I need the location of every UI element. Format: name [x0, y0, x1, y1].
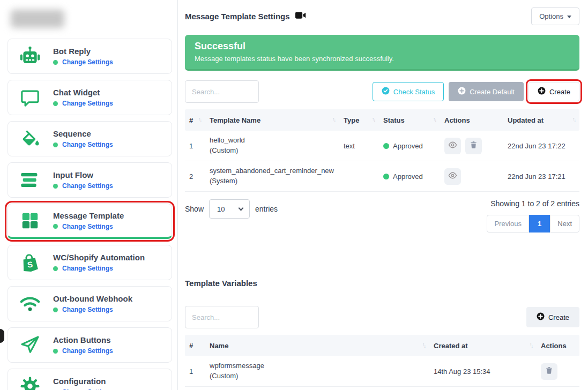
pagination: Previous 1 Next	[487, 215, 579, 232]
sidebar-item-body: WC/Shopify Automation Change Settings	[53, 253, 145, 272]
variables-search-input[interactable]	[185, 306, 259, 328]
column-header-template-name[interactable]: Template Name ↑↓	[205, 116, 339, 124]
status-label: Approved	[393, 172, 423, 181]
sidebar-item-wc-shopify-automation[interactable]: S WC/Shopify Automation Change Settings	[8, 245, 172, 280]
change-settings-link[interactable]: Change Settings	[62, 100, 113, 107]
sidebar-item-input-flow[interactable]: Input Flow Change Settings	[8, 162, 172, 198]
delete-button[interactable]	[465, 138, 482, 154]
status-dot	[53, 308, 58, 312]
eye-icon	[448, 171, 457, 182]
change-settings-link[interactable]: Change Settings	[62, 58, 113, 66]
settings-sidebar: Bot Reply Change Settings Chat Widget Ch…	[0, 0, 178, 390]
sort-icon[interactable]: ↑↓	[433, 117, 436, 123]
row-num: 1	[185, 363, 205, 380]
page-size-select[interactable]: 10	[209, 199, 250, 219]
sidebar-item-configuration[interactable]: Configuration Change Settings	[8, 369, 172, 390]
page-title: Message Template Settings	[185, 12, 290, 21]
sidebar-item-body: Sequence Change Settings	[53, 129, 113, 148]
sort-icon[interactable]: ↑↓	[572, 117, 575, 123]
page-size-value: 10	[217, 205, 225, 213]
row-actions	[440, 164, 503, 189]
sidebar-item-sequence[interactable]: Sequence Change Settings	[8, 121, 172, 156]
variables-create-button[interactable]: Create	[526, 307, 579, 327]
sort-icon[interactable]: ↑↓	[332, 117, 335, 123]
change-settings-link[interactable]: Change Settings	[62, 306, 113, 313]
sort-icon[interactable]: ↑↓	[372, 117, 375, 123]
template-variables-heading: Template Variables	[185, 279, 579, 288]
variable-name-cell: wpformsmessage (Custom)	[205, 357, 429, 386]
change-settings-link[interactable]: Change Settings	[62, 223, 113, 230]
next-page-button[interactable]: Next	[550, 215, 579, 232]
sort-icon[interactable]: ↑↓	[198, 117, 201, 123]
sidebar-item-label: Input Flow	[53, 170, 113, 179]
status-dot	[53, 60, 58, 65]
variables-controls: Create	[185, 306, 579, 328]
change-settings-link[interactable]: Change Settings	[62, 265, 113, 272]
sidebar-item-chat-widget[interactable]: Chat Widget Change Settings	[8, 80, 172, 115]
create-default-button[interactable]: Create Default	[449, 82, 524, 101]
view-button[interactable]	[444, 168, 461, 185]
plus-circle-icon	[458, 87, 466, 96]
status-label: Approved	[393, 142, 423, 150]
status-dot	[53, 224, 58, 229]
sidebar-item-label: WC/Shopify Automation	[53, 253, 145, 262]
column-label: Created at	[434, 342, 468, 350]
view-button[interactable]	[444, 138, 461, 154]
sidebar-item-action-buttons[interactable]: Action Buttons Change Settings	[8, 327, 172, 363]
edge-notch	[0, 329, 4, 343]
change-settings-link[interactable]: Change Settings	[62, 347, 113, 355]
sidebar-item-body: Out-bound Webhook Change Settings	[53, 294, 132, 313]
sidebar-item-label: Action Buttons	[53, 335, 113, 344]
change-settings-link[interactable]: Change Settings	[62, 182, 113, 190]
options-label: Options	[539, 12, 563, 20]
options-button[interactable]: Options	[531, 8, 579, 25]
chat-bubble-icon	[18, 87, 42, 108]
create-button[interactable]: Create	[529, 82, 579, 101]
video-camera-icon[interactable]	[295, 11, 307, 21]
previous-page-button[interactable]: Previous	[487, 215, 529, 232]
table-header: # ↑↓ Template Name ↑↓ Type ↑↓ Status ↑↓	[185, 109, 579, 131]
sort-icon[interactable]: ↑↓	[422, 343, 425, 348]
sidebar-item-bot-reply[interactable]: Bot Reply Change Settings	[8, 39, 172, 74]
change-settings-link[interactable]: Change Settings	[62, 141, 113, 148]
column-label: #	[189, 342, 193, 350]
column-header-status[interactable]: Status ↑↓	[379, 116, 440, 124]
column-header-name[interactable]: Name ↑↓	[205, 342, 429, 350]
sidebar-item-label: Bot Reply	[53, 47, 113, 56]
column-header-num[interactable]: # ↑↓	[185, 116, 205, 124]
check-status-button[interactable]: Check Status	[373, 82, 444, 101]
page: Bot Reply Change Settings Chat Widget Ch…	[0, 0, 588, 390]
column-header-type[interactable]: Type ↑↓	[339, 116, 379, 124]
row-num: 2	[185, 168, 205, 185]
sidebar-item-out-bound-webhook[interactable]: Out-bound Webhook Change Settings	[8, 286, 172, 321]
column-label: Template Name	[210, 116, 260, 124]
paper-plane-icon	[18, 334, 42, 356]
template-name: system_abandoned_cart_reminder_new	[210, 166, 335, 176]
column-header-actions: Actions	[537, 342, 579, 350]
bars-icon	[18, 169, 42, 191]
wifi-icon	[18, 292, 42, 315]
sidebar-item-label: Chat Widget	[53, 88, 113, 97]
templates-table: # ↑↓ Template Name ↑↓ Type ↑↓ Status ↑↓	[185, 109, 579, 192]
table-footer: Show 10 entries Showing 1 to 2 of 2 entr…	[185, 199, 579, 232]
sidebar-item-message-template[interactable]: Message Template Change Settings	[8, 204, 172, 239]
column-header-updated-at[interactable]: Updated at ↑↓	[503, 116, 579, 124]
gear-icon	[18, 376, 42, 390]
sidebar-item-body: Chat Widget Change Settings	[53, 88, 113, 107]
delete-button[interactable]	[541, 363, 557, 380]
template-name-cell: system_abandoned_cart_reminder_new (Syst…	[205, 162, 339, 191]
created-at: 14th Aug 23 15:34	[429, 363, 537, 380]
show-label: Show	[185, 205, 204, 213]
template-type: text	[339, 138, 379, 154]
table-row: 1 wpformsmessage (Custom) 14th Aug 23 15…	[185, 356, 579, 387]
templates-search-input[interactable]	[185, 80, 259, 103]
sidebar-item-body: Input Flow Change Settings	[53, 170, 113, 190]
updated-at: 22nd Jun 23 17:21	[503, 168, 579, 185]
sort-icon[interactable]: ↑↓	[530, 343, 532, 348]
page-number-button[interactable]: 1	[529, 215, 550, 232]
status-dot	[53, 266, 58, 271]
column-header-num[interactable]: #	[185, 342, 205, 350]
column-header-created-at[interactable]: Created at ↑↓	[429, 342, 537, 350]
plus-circle-icon	[537, 312, 545, 322]
main-content: Message Template Settings Options Succes…	[178, 0, 588, 390]
